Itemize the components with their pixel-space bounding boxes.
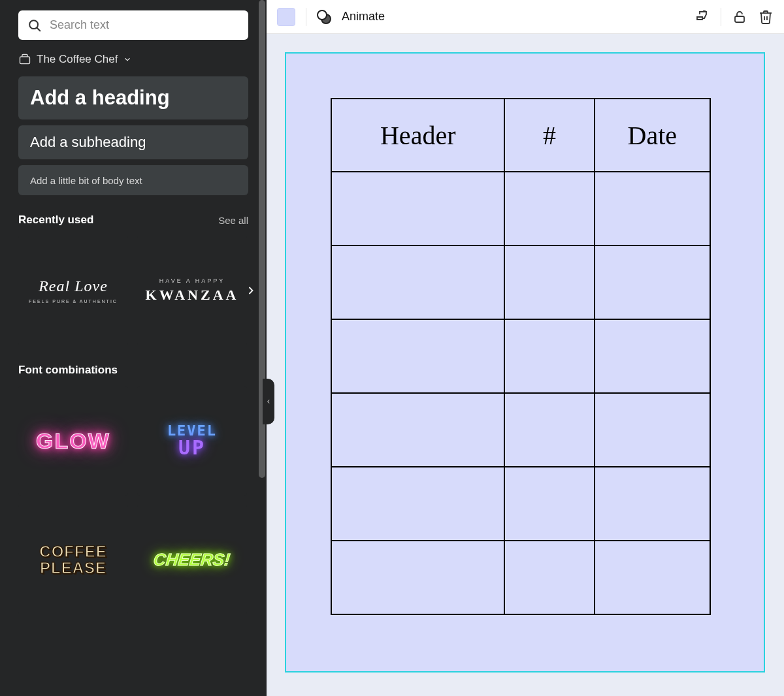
canvas-area: Header # Date <box>267 34 784 696</box>
lock-icon[interactable] <box>732 9 747 25</box>
table-cell[interactable] <box>595 245 710 319</box>
brand-kit-name: The Coffee Chef <box>37 53 118 66</box>
table-header-row: Header # Date <box>331 99 710 172</box>
font-combo-coffee-please[interactable]: COFFEE PLEASE <box>18 505 128 614</box>
font-combo-row-2: COFFEE PLEASE CHEERS! <box>18 505 248 614</box>
recently-used-row: Real Love FEELS PURE & AUTHENTIC HAVE A … <box>18 236 248 345</box>
table-header-cell[interactable]: Date <box>595 99 710 172</box>
tile-text-line2: KWANZAA <box>146 287 239 304</box>
table-cell[interactable] <box>504 467 594 541</box>
table-cell[interactable] <box>331 467 504 541</box>
table-cell[interactable] <box>331 393 504 467</box>
table-element[interactable]: Header # Date <box>331 98 711 615</box>
table-header-cell[interactable]: Header <box>331 99 504 172</box>
contextual-toolbar: Animate <box>267 0 784 34</box>
tile-text-line1: HAVE A HAPPY <box>159 277 225 284</box>
see-all-link[interactable]: See all <box>218 215 248 226</box>
tile-stacked: LEVEL UP <box>167 422 217 459</box>
text-sidebar: The Coffee Chef Add a heading Add a subh… <box>0 0 267 696</box>
tile-stacked: COFFEE PLEASE <box>39 543 106 576</box>
font-combinations-title: Font combinations <box>18 364 118 377</box>
background-color-swatch[interactable] <box>277 8 295 26</box>
add-heading-button[interactable]: Add a heading <box>18 76 248 119</box>
recent-tile-real-love[interactable]: Real Love FEELS PURE & AUTHENTIC <box>18 236 128 345</box>
table-cell[interactable] <box>504 172 594 245</box>
search-icon <box>27 18 42 33</box>
recent-tile-kwanzaa[interactable]: HAVE A HAPPY KWANZAA <box>137 236 247 345</box>
svg-line-1 <box>37 27 41 31</box>
tile-text-line1: Real Love <box>39 277 108 295</box>
font-combo-cheers[interactable]: CHEERS! <box>137 505 247 614</box>
search-input[interactable] <box>50 18 239 32</box>
trash-icon[interactable] <box>758 9 774 25</box>
tile-label: GLOW <box>36 428 110 454</box>
table-cell[interactable] <box>504 319 594 393</box>
font-combo-level-up[interactable]: LEVEL UP <box>137 386 247 496</box>
recently-used-title: Recently used <box>18 214 93 227</box>
table-row <box>331 319 710 393</box>
svg-rect-2 <box>20 57 30 64</box>
table-cell[interactable] <box>331 319 504 393</box>
copy-style-icon[interactable] <box>694 9 710 25</box>
text-insert-buttons: Add a heading Add a subheading Add a lit… <box>18 76 248 195</box>
chevron-right-icon[interactable] <box>244 284 257 297</box>
design-page[interactable]: Header # Date <box>285 52 765 672</box>
tile-text-line2: FEELS PURE & AUTHENTIC <box>29 299 118 304</box>
table-header-cell[interactable]: # <box>504 99 594 172</box>
tile-text-line1: COFFEE <box>39 543 106 560</box>
brand-kit-selector[interactable]: The Coffee Chef <box>18 53 248 66</box>
table-cell[interactable] <box>595 393 710 467</box>
font-combo-glow[interactable]: GLOW <box>18 386 128 496</box>
main-area: Animate Header # Date <box>267 0 784 696</box>
brand-kit-icon <box>18 53 31 66</box>
tile-text-line2: UP <box>167 436 217 459</box>
chevron-left-icon <box>265 398 272 405</box>
chevron-down-icon <box>123 55 132 64</box>
recently-used-header: Recently used See all <box>18 214 248 227</box>
separator <box>306 8 306 26</box>
tile-text-line2: PLEASE <box>39 560 106 576</box>
tile-label: CHEERS! <box>153 550 231 570</box>
transparency-icon[interactable] <box>317 10 331 24</box>
add-subheading-button[interactable]: Add a subheading <box>18 125 248 159</box>
table-cell[interactable] <box>504 541 594 614</box>
table-cell[interactable] <box>331 541 504 614</box>
collapse-sidebar-handle[interactable] <box>263 379 274 424</box>
animate-button[interactable]: Animate <box>342 10 385 24</box>
table-cell[interactable] <box>331 245 504 319</box>
table-row <box>331 245 710 319</box>
add-body-text-button[interactable]: Add a little bit of body text <box>18 165 248 195</box>
separator <box>721 8 721 26</box>
table-cell[interactable] <box>595 467 710 541</box>
table-row <box>331 172 710 245</box>
table-row <box>331 541 710 614</box>
font-combinations-header: Font combinations <box>18 364 248 377</box>
table-cell[interactable] <box>331 172 504 245</box>
svg-rect-3 <box>735 16 744 22</box>
table-cell[interactable] <box>504 393 594 467</box>
table-cell[interactable] <box>595 172 710 245</box>
table-row <box>331 467 710 541</box>
table-cell[interactable] <box>504 245 594 319</box>
font-combo-row-1: GLOW LEVEL UP <box>18 386 248 496</box>
table-row <box>331 393 710 467</box>
table-cell[interactable] <box>595 541 710 614</box>
search-bar[interactable] <box>18 10 248 40</box>
table-cell[interactable] <box>595 319 710 393</box>
